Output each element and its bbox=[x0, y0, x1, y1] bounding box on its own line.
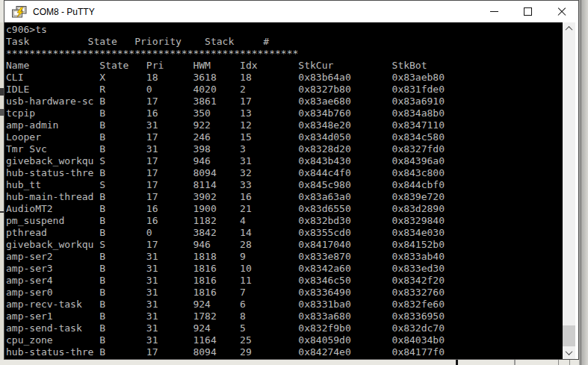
task-row: amp-ser2 B 31 1818 9 0x833e870 0x833ab40 bbox=[6, 251, 563, 263]
task-row: Looper B 17 246 15 0x834d050 0x834c580 bbox=[6, 131, 563, 143]
task-row: hub_tt S 17 8114 33 0x845c980 0x844cbf0 bbox=[6, 179, 563, 191]
scrollbar-track[interactable] bbox=[563, 35, 575, 346]
task-row: pm_suspend B 16 1182 4 0x832bd30 0x83298… bbox=[6, 215, 563, 227]
task-row: cpu_zone B 31 1164 25 0x84059d0 0x84034b… bbox=[6, 334, 563, 346]
maximize-icon bbox=[524, 7, 532, 16]
task-row: amp-ser1 B 31 1782 8 0x833a680 0x8336950 bbox=[6, 311, 563, 322]
task-row: CLI X 18 3618 18 0x83b64a0 0x83aeb80 bbox=[6, 72, 563, 84]
maximize-button[interactable] bbox=[511, 1, 545, 22]
task-row: tcpip B 16 350 13 0x834b760 0x834a8b0 bbox=[6, 107, 563, 119]
prompt-line: c906>ts bbox=[6, 24, 563, 36]
minimize-icon bbox=[490, 11, 498, 12]
close-icon bbox=[557, 7, 566, 16]
putty-window: COM8 - PuTTY c906>tsTask State Priority … bbox=[4, 0, 579, 360]
task-row: amp-send-task B 31 924 5 0x832f9b0 0x832… bbox=[6, 322, 563, 334]
scrollbar-thumb[interactable] bbox=[563, 325, 575, 346]
task-row: hub-main-thread B 17 3902 16 0x83a63a0 0… bbox=[6, 191, 563, 203]
task-row: usb-hardware-sc B 17 3861 17 0x83ae680 0… bbox=[6, 96, 563, 107]
task-row: amp-ser3 B 31 1816 10 0x8342a60 0x833ed3… bbox=[6, 263, 563, 275]
scroll-up-icon bbox=[566, 26, 573, 34]
background-artifact bbox=[558, 360, 559, 365]
task-row: amp-ser4 B 31 1816 11 0x8346c50 0x8342f2… bbox=[6, 275, 563, 287]
task-row: hub-status-thre B 17 8094 32 0x844c4f0 0… bbox=[6, 167, 563, 179]
task-row: IDLE R 0 4020 2 0x8327b80 0x831fde0 bbox=[6, 84, 563, 96]
title-bar[interactable]: COM8 - PuTTY bbox=[4, 1, 578, 22]
window-right-edge bbox=[575, 22, 578, 359]
scroll-down-icon bbox=[566, 348, 573, 355]
window-content: c906>tsTask State Priority Stack #******… bbox=[4, 22, 578, 359]
scroll-up-button[interactable] bbox=[563, 22, 575, 35]
task-row: AudioMT2 B 16 1900 21 0x83d6550 0x83d289… bbox=[6, 203, 563, 215]
background-artifact bbox=[456, 359, 458, 365]
task-row: hub-status-thre B 17 8094 29 0x84274e0 0… bbox=[6, 346, 563, 358]
putty-icon[interactable] bbox=[12, 6, 27, 18]
separator-line: ****************************************… bbox=[6, 48, 563, 60]
window-controls bbox=[477, 1, 578, 22]
task-row: amp-recv-task B 31 924 6 0x8331ba0 0x832… bbox=[6, 299, 563, 311]
table-header: Name State Pri HWM Idx StkCur StkBot bbox=[6, 60, 563, 72]
screen: COM8 - PuTTY c906>tsTask State Priority … bbox=[0, 0, 588, 365]
task-summary-header: Task State Priority Stack # bbox=[6, 36, 563, 48]
background-window-edge-bottom bbox=[0, 360, 588, 365]
background-window-border bbox=[581, 0, 581, 365]
task-row: pthread B 0 3842 14 0x8355cd0 0x834e030 bbox=[6, 227, 563, 239]
task-row: amp-admin B 31 922 12 0x8348e20 0x834711… bbox=[6, 119, 563, 131]
background-artifact bbox=[514, 360, 516, 365]
scrollbar[interactable] bbox=[563, 22, 575, 359]
task-row: giveback_workqu S 17 946 28 0x8417040 0x… bbox=[6, 239, 563, 251]
background-window-edge-right bbox=[579, 0, 588, 365]
background-artifact bbox=[569, 360, 570, 365]
scroll-down-button[interactable] bbox=[563, 346, 575, 359]
window-title: COM8 - PuTTY bbox=[33, 7, 95, 17]
task-row: giveback_workqu S 17 946 31 0x843b430 0x… bbox=[6, 155, 563, 167]
terminal-screen[interactable]: c906>tsTask State Priority Stack #******… bbox=[4, 22, 563, 359]
task-row: Tmr Svc B 31 398 3 0x8328d20 0x8327fd0 bbox=[6, 143, 563, 155]
minimize-button[interactable] bbox=[477, 1, 511, 22]
task-row: amp-ser0 B 31 1816 7 0x8336490 0x8332760 bbox=[6, 287, 563, 299]
close-button[interactable] bbox=[545, 1, 578, 22]
